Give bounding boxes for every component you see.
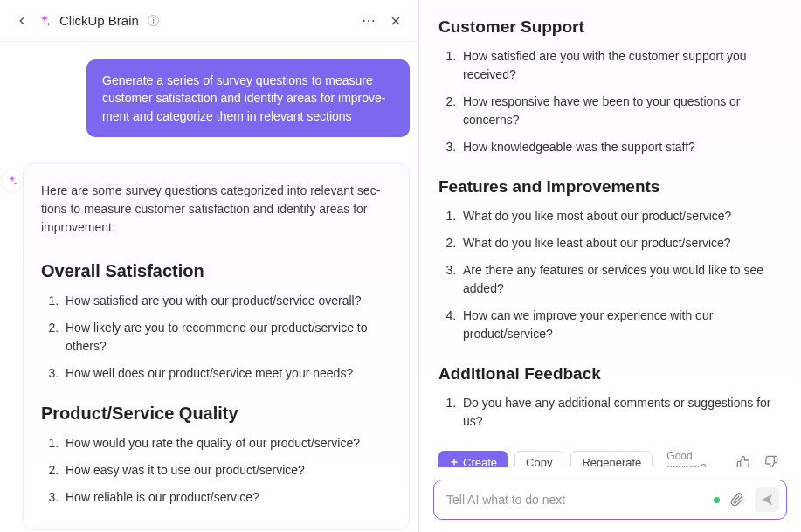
info-icon[interactable]: i <box>148 15 159 26</box>
section-title: Overall Satisfaction <box>41 261 391 281</box>
list-item: How responsive have we been to your ques… <box>459 93 782 129</box>
chat-content: Generate a series of survey questions to… <box>0 42 418 532</box>
thumbs-down-icon <box>764 455 778 467</box>
question-list: What do you like most about our product/… <box>438 207 782 343</box>
section-title: Customer Support <box>438 17 782 37</box>
user-message: Generate a series of survey questions to… <box>86 59 410 137</box>
question-list: Do you have any additional comments or s… <box>438 394 782 431</box>
list-item: How likely are you to recommend our prod… <box>62 319 391 356</box>
list-item: What do you like least about our product… <box>459 234 782 252</box>
list-item: How reliable is our product/service? <box>62 488 391 507</box>
create-label: Create <box>463 456 497 468</box>
paperclip-icon <box>730 493 744 507</box>
attach-button[interactable] <box>727 489 748 510</box>
send-button[interactable] <box>755 487 779 512</box>
create-button[interactable]: Create <box>438 451 508 468</box>
ai-avatar <box>2 170 23 191</box>
section-title: Additional Feedback <box>438 364 782 383</box>
list-item: How satisfied are you with our product/s… <box>62 292 391 310</box>
list-item: How knowledgeable was the support staff? <box>459 138 782 156</box>
svg-point-2 <box>14 183 16 184</box>
thumbs-up-icon <box>736 455 750 467</box>
status-indicator <box>714 497 720 503</box>
sparkle-icon <box>6 175 18 187</box>
list-item: What do you like most about our product/… <box>459 207 782 225</box>
question-list: How would you rate the quality of our pr… <box>41 434 391 507</box>
ai-input[interactable] <box>446 493 707 507</box>
page-title: ClickUp Brain <box>59 13 139 28</box>
copy-button[interactable]: Copy <box>514 451 563 468</box>
thumbs-down-button[interactable] <box>761 452 782 467</box>
ai-answer-card-right: Customer SupportHow satisfied are you wi… <box>419 0 801 467</box>
chevron-left-icon <box>16 15 28 27</box>
plus-icon <box>449 457 459 467</box>
close-icon <box>389 14 403 28</box>
section-title: Product/Service Quality <box>41 404 391 424</box>
header: ClickUp Brain i ⋯ <box>0 0 418 42</box>
back-button[interactable] <box>12 11 31 31</box>
action-bar: Create Copy Regenerate Good answer? <box>438 450 782 467</box>
list-item: How would you rate the quality of our pr… <box>62 434 391 453</box>
regenerate-button[interactable]: Regenerate <box>570 451 653 468</box>
list-item: Do you have any additional comments or s… <box>459 394 782 431</box>
ai-input-bar <box>433 480 787 520</box>
good-answer-label: Good answer? <box>666 450 726 467</box>
thumbs-up-button[interactable] <box>733 452 754 467</box>
send-icon <box>760 493 774 507</box>
list-item: Are there any features or services you w… <box>459 261 782 298</box>
close-button[interactable] <box>385 10 406 31</box>
more-button[interactable]: ⋯ <box>358 9 380 32</box>
question-list: How satisfied are you with the customer … <box>438 47 782 156</box>
ai-answer-card-left: Here are some survey questions categoriz… <box>23 163 410 530</box>
question-list: How satisfied are you with our product/s… <box>41 292 391 383</box>
list-item: How easy was it to use our product/servi… <box>62 461 391 480</box>
list-item: How well does our product/service meet y… <box>62 364 391 383</box>
brain-icon <box>37 13 52 29</box>
list-item: How satisfied are you with the customer … <box>459 47 782 84</box>
section-title: Features and Improvements <box>438 177 782 197</box>
list-item: How can we improve your experience with … <box>459 307 782 343</box>
ai-intro-text: Here are some survey questions categoriz… <box>41 182 391 237</box>
